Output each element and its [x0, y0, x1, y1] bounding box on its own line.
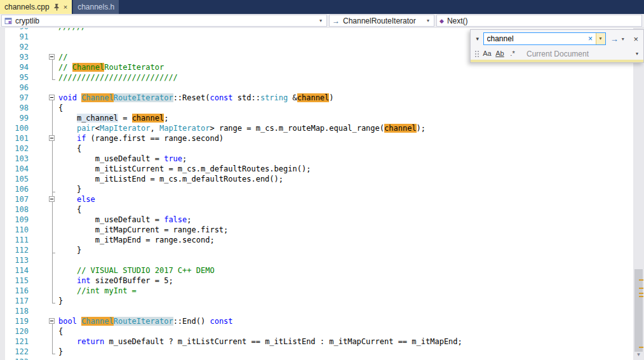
document-tab-bar: channels.cpp × channels.h: [0, 0, 644, 14]
code-line-104[interactable]: 104 m_itListCurrent = m_cs.m_defaultRout…: [0, 164, 633, 174]
member-dropdown[interactable]: ◆ Next(): [436, 15, 642, 27]
code-text: [58, 306, 633, 316]
outline-margin: [29, 337, 58, 347]
fold-collapse-icon[interactable]: [49, 196, 55, 202]
vertical-scrollbar[interactable]: ▲ ▼: [633, 28, 644, 360]
search-scope-label: Current Document: [527, 50, 589, 58]
match-case-toggle[interactable]: Aa: [481, 48, 493, 59]
line-number: 122: [0, 347, 29, 357]
code-line-111[interactable]: 111 m_itMapEnd = range.second;: [0, 235, 633, 245]
line-number: 114: [0, 265, 29, 276]
scrollbar-thumb[interactable]: [634, 269, 643, 352]
find-row-search: ▾ × ▾ → ▾ ×: [471, 30, 643, 48]
code-line-97[interactable]: 97void ChannelRouteIterator::Reset(const…: [0, 93, 633, 103]
code-text: m_itListCurrent = m_cs.m_defaultRoutes.b…: [58, 164, 633, 174]
line-number: 112: [0, 245, 29, 255]
outline-margin: [29, 215, 58, 225]
code-line-119[interactable]: 119bool ChannelRouteIterator::End() cons…: [0, 316, 633, 326]
line-number: 108: [0, 204, 29, 215]
line-number: 109: [0, 215, 29, 225]
clear-search-icon[interactable]: ×: [586, 33, 596, 44]
type-dropdown[interactable]: → ChannelRouteIterator ▾: [329, 15, 434, 27]
line-number: 92: [0, 42, 29, 52]
outline-margin: [29, 265, 58, 276]
line-number: 111: [0, 235, 29, 245]
code-line-96[interactable]: 96: [0, 83, 633, 93]
code-text: m_itMapEnd = range.second;: [58, 235, 633, 245]
tab-label: channels.cpp: [4, 3, 50, 11]
fold-collapse-icon[interactable]: [49, 95, 55, 100]
search-scope-dropdown[interactable]: Current Document ▾: [527, 50, 641, 58]
code-line-109[interactable]: 109 m_useDefault = false;: [0, 215, 633, 225]
line-number: 121: [0, 337, 29, 347]
code-line-121[interactable]: 121 return m_useDefault ? m_itListCurren…: [0, 337, 633, 347]
line-number: 99: [0, 113, 29, 123]
code-line-108[interactable]: 108 {: [0, 204, 633, 215]
outline-margin: [29, 32, 58, 42]
line-number: 100: [0, 123, 29, 133]
code-line-117[interactable]: 117}: [0, 296, 633, 306]
code-text: int sizeOfBuffer = 5;: [58, 276, 633, 286]
scroll-down-icon[interactable]: ▼: [633, 349, 644, 360]
code-line-114[interactable]: 114 // VISUAL STUDIO 2017 C++ DEMO: [0, 265, 633, 276]
fold-collapse-icon[interactable]: [49, 54, 55, 60]
code-line-122[interactable]: 122}: [0, 347, 633, 357]
outline-margin: [29, 164, 58, 174]
find-input[interactable]: [484, 34, 586, 44]
code-line-115[interactable]: 115 int sizeOfBuffer = 5;: [0, 276, 633, 286]
fold-collapse-icon[interactable]: [49, 318, 55, 324]
line-number: 106: [0, 184, 29, 194]
code-line-101[interactable]: 101 if (range.first == range.second): [0, 133, 633, 143]
code-line-94[interactable]: 94// ChannelRouteIterator: [0, 62, 633, 72]
code-line-98[interactable]: 98{: [0, 103, 633, 113]
pin-icon[interactable]: [54, 4, 60, 11]
find-next-button[interactable]: →: [609, 34, 620, 44]
code-line-123[interactable]: 123: [0, 357, 633, 360]
find-next-options-icon[interactable]: ▾: [620, 36, 626, 42]
type-icon: →: [332, 17, 340, 25]
search-history-dropdown-icon[interactable]: ▾: [596, 33, 605, 44]
code-line-102[interactable]: 102 {: [0, 143, 633, 154]
whole-word-toggle[interactable]: Ab: [493, 48, 506, 59]
outline-margin: [29, 235, 58, 245]
outline-margin: [29, 52, 58, 62]
code-line-116[interactable]: 116 //int myInt =: [0, 286, 633, 296]
line-number: 95: [0, 72, 29, 83]
drag-grip-icon[interactable]: [475, 53, 476, 55]
code-text: m_useDefault = false;: [58, 215, 633, 225]
code-text: m_channel = channel;: [58, 113, 633, 123]
code-text: // ChannelRouteIterator: [58, 62, 633, 72]
regex-toggle[interactable]: .*: [506, 48, 519, 59]
close-tab-icon[interactable]: ×: [64, 0, 67, 14]
code-line-118[interactable]: 118: [0, 306, 633, 316]
code-line-106[interactable]: 106 }: [0, 184, 633, 194]
cpp-project-icon: [4, 17, 12, 25]
chevron-down-icon[interactable]: ▾: [318, 18, 324, 23]
code-text: {: [58, 204, 633, 215]
chevron-down-icon[interactable]: ▾: [425, 18, 431, 23]
close-find-panel-icon[interactable]: ×: [631, 34, 641, 44]
code-line-113[interactable]: 113: [0, 255, 633, 265]
code-line-110[interactable]: 110 m_itMapCurrent = range.first;: [0, 225, 633, 235]
code-line-112[interactable]: 112 }: [0, 245, 633, 255]
code-line-95[interactable]: 95//////////////////////////: [0, 72, 633, 83]
code-text: {: [58, 143, 633, 154]
code-text: [58, 83, 633, 93]
code-line-120[interactable]: 120{: [0, 326, 633, 337]
code-line-103[interactable]: 103 m_useDefault = true;: [0, 154, 633, 164]
line-number: 118: [0, 306, 29, 316]
code-editor[interactable]: 90//////919293//94// ChannelRouteIterato…: [0, 28, 644, 360]
outline-margin: [29, 296, 58, 306]
code-text: m_itMapCurrent = range.first;: [58, 225, 633, 235]
code-line-99[interactable]: 99 m_channel = channel;: [0, 113, 633, 123]
code-line-107[interactable]: 107 else: [0, 194, 633, 204]
tab-channels-h[interactable]: channels.h: [73, 0, 119, 14]
project-dropdown[interactable]: cryptlib ▾: [1, 15, 327, 27]
code-line-105[interactable]: 105 m_itListEnd = m_cs.m_defaultRoutes.e…: [0, 174, 633, 184]
line-number: 110: [0, 225, 29, 235]
code-line-100[interactable]: 100 pair<MapIterator, MapIterator> range…: [0, 123, 633, 133]
outline-margin: [29, 72, 58, 83]
expand-replace-toggle-icon[interactable]: ▾: [473, 36, 482, 42]
fold-collapse-icon[interactable]: [49, 135, 55, 141]
tab-channels-cpp[interactable]: channels.cpp ×: [0, 0, 72, 14]
